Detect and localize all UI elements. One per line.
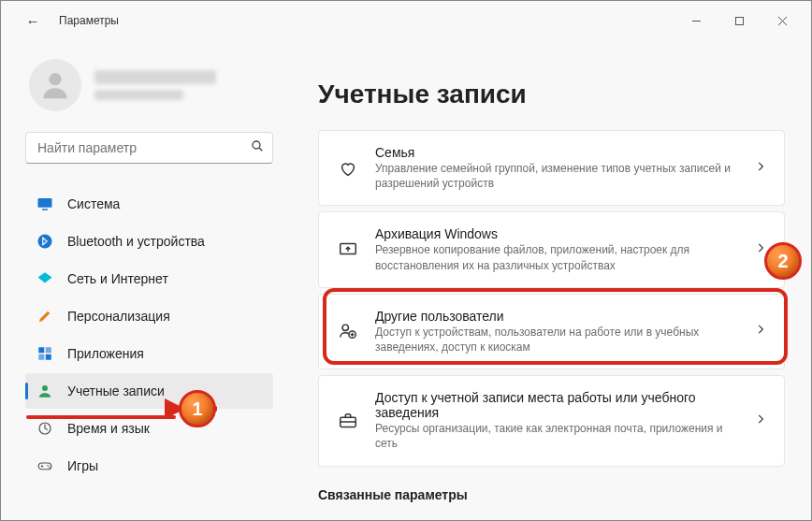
card-body: Доступ к учетной записи места работы или… (375, 390, 737, 451)
sidebar-item-label: Bluetooth и устройства (67, 234, 205, 249)
card-desc: Управление семейной группой, изменение т… (375, 161, 737, 191)
person-icon (36, 383, 53, 399)
card-other-users[interactable]: Другие пользователи Доступ к устройствам… (318, 294, 785, 369)
sidebar-item-label: Система (67, 196, 120, 211)
card-body: Другие пользователи Доступ к устройствам… (375, 309, 737, 355)
card-title: Семья (375, 145, 737, 160)
apps-icon (36, 345, 53, 362)
sidebar-item-personalization[interactable]: Персонализация (25, 298, 273, 334)
briefcase-icon (338, 411, 358, 431)
card-body: Семья Управление семейной группой, измен… (375, 145, 737, 191)
sidebar-item-label: Игры (67, 458, 98, 473)
minimize-button[interactable] (674, 6, 718, 36)
maximize-button[interactable] (718, 6, 761, 36)
sidebar-item-system[interactable]: Система (25, 186, 273, 222)
avatar (29, 59, 81, 111)
sidebar-item-label: Приложения (67, 346, 144, 361)
clock-globe-icon (36, 420, 53, 437)
sidebar-item-label: Учетные записи (67, 384, 165, 398)
svg-point-5 (253, 141, 260, 149)
sidebar-item-bluetooth[interactable]: Bluetooth и устройства (25, 224, 273, 259)
svg-rect-13 (46, 355, 51, 360)
wifi-icon (36, 270, 53, 287)
card-work-school[interactable]: Доступ к учетной записи места работы или… (318, 375, 785, 466)
back-button[interactable]: ← (20, 7, 46, 34)
chevron-right-icon (754, 160, 767, 177)
main-panel: Учетные записи Семья Управление семейной… (286, 40, 811, 520)
svg-point-14 (42, 385, 48, 391)
subheading-related: Связанные параметры (318, 487, 785, 502)
nav-list: Система Bluetooth и устройства Сеть и Ин… (25, 186, 273, 484)
close-button[interactable] (761, 6, 804, 36)
svg-point-17 (47, 465, 49, 467)
profile-block[interactable] (29, 59, 273, 111)
gamepad-icon (36, 457, 53, 474)
bluetooth-icon (36, 233, 53, 250)
window-title: Параметры (59, 14, 119, 27)
profile-name-blurred (94, 70, 216, 84)
card-body: Архивация Windows Резервное копирование … (375, 226, 737, 272)
settings-window: ← Параметры (0, 0, 812, 521)
svg-line-6 (259, 148, 262, 151)
sidebar-item-games[interactable]: Игры (25, 448, 273, 484)
sidebar-item-label: Сеть и Интернет (67, 271, 168, 286)
svg-point-20 (342, 326, 348, 331)
card-title: Другие пользователи (375, 309, 737, 324)
brush-icon (36, 308, 53, 325)
backup-icon (338, 239, 358, 260)
svg-point-4 (49, 73, 61, 85)
profile-email-blurred (94, 90, 183, 100)
card-title: Архивация Windows (375, 226, 737, 241)
sidebar-item-label: Персонализация (67, 309, 170, 324)
svg-point-18 (49, 466, 51, 468)
chevron-right-icon (754, 412, 767, 429)
svg-rect-10 (38, 347, 44, 353)
profile-text (94, 70, 216, 100)
search-input[interactable] (37, 140, 250, 155)
titlebar: ← Параметры (1, 1, 811, 40)
sidebar-item-apps[interactable]: Приложения (25, 336, 273, 371)
sidebar-item-accounts[interactable]: Учетные записи (25, 373, 273, 409)
chevron-right-icon (754, 241, 767, 258)
svg-rect-12 (38, 355, 44, 360)
sidebar-item-network[interactable]: Сеть и Интернет (25, 261, 273, 297)
card-title: Доступ к учетной записи места работы или… (375, 390, 737, 420)
svg-rect-8 (42, 209, 48, 210)
card-list: Семья Управление семейной группой, измен… (318, 130, 785, 467)
card-family[interactable]: Семья Управление семейной группой, измен… (318, 130, 785, 206)
sidebar: Система Bluetooth и устройства Сеть и Ин… (1, 40, 286, 520)
card-desc: Ресурсы организации, такие как электронн… (375, 421, 737, 451)
window-controls (674, 6, 804, 36)
chevron-right-icon (754, 323, 767, 340)
users-add-icon (338, 321, 358, 341)
svg-point-9 (38, 235, 52, 249)
svg-rect-7 (38, 198, 52, 208)
card-desc: Резервное копирование файлов, приложений… (375, 242, 737, 272)
content-area: Система Bluetooth и устройства Сеть и Ин… (1, 40, 811, 520)
card-desc: Доступ к устройствам, пользователи на ра… (375, 325, 737, 355)
search-icon[interactable] (250, 138, 265, 157)
svg-rect-16 (38, 463, 51, 470)
page-title: Учетные записи (318, 80, 785, 109)
search-box[interactable] (25, 132, 273, 164)
family-icon (338, 158, 358, 179)
sidebar-item-time-language[interactable]: Время и язык (25, 411, 273, 446)
card-backup[interactable]: Архивация Windows Резервное копирование … (318, 211, 785, 287)
sidebar-item-label: Время и язык (67, 421, 150, 436)
display-icon (36, 195, 53, 212)
svg-rect-11 (46, 347, 51, 353)
svg-rect-1 (735, 17, 743, 24)
